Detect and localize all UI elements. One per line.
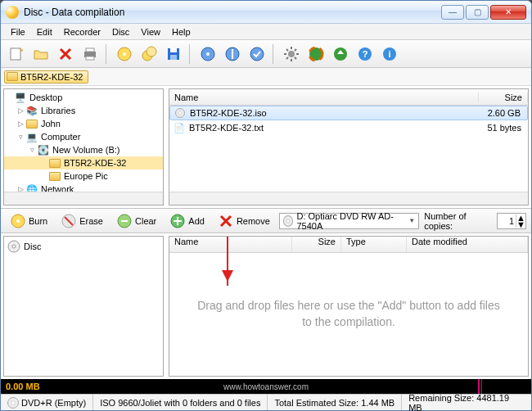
copies-spinner[interactable]: ▲▼ xyxy=(497,213,526,229)
add-files-button[interactable]: Add xyxy=(165,210,209,232)
copy-disc-button[interactable] xyxy=(138,43,160,65)
folder-icon xyxy=(7,72,18,81)
size-gauge: 0.00 MB www.howtoanswer.com xyxy=(1,379,531,394)
location-bar: BT5R2-KDE-32 xyxy=(1,68,531,86)
status-bar: DVD+R (Empty) ISO 9660/Joliet with 0 fol… xyxy=(1,394,531,410)
new-compilation-button[interactable] xyxy=(6,43,27,65)
compilation-panel: Name Size Type Date modified Drag and dr… xyxy=(169,236,529,377)
svg-point-7 xyxy=(147,47,156,56)
compilation-toolbar: Burn Erase Clear Add Remove D: Optiarc D… xyxy=(1,209,531,233)
disc-tree-panel: Disc xyxy=(3,236,164,377)
file-scrollbar[interactable] xyxy=(169,192,528,205)
print-button[interactable] xyxy=(79,43,101,65)
disc-icon xyxy=(7,240,20,253)
svg-rect-10 xyxy=(170,55,177,60)
folder-tree[interactable]: 🖥️Desktop▷📚Libraries▷John▿💻Computer▿💽New… xyxy=(4,89,163,192)
maximize-button[interactable]: ▢ xyxy=(466,5,489,20)
tree-root[interactable]: 🖥️Desktop xyxy=(4,91,163,104)
drive-select[interactable]: D: Optiarc DVD RW AD-7540A ▼ xyxy=(279,213,419,229)
tree-item[interactable]: Europe Pic xyxy=(4,169,163,183)
help-button[interactable]: ? xyxy=(354,43,376,65)
menu-view[interactable]: View xyxy=(136,25,165,38)
svg-text:i: i xyxy=(388,49,390,59)
remove-files-button[interactable]: Remove xyxy=(214,210,274,232)
title-bar[interactable]: Disc - Data compilation — ▢ ✕ xyxy=(1,1,531,24)
info-button[interactable]: i xyxy=(379,43,400,65)
drive-label: D: Optiarc DVD RW AD-7540A xyxy=(296,211,405,231)
menu-edit[interactable]: Edit xyxy=(32,25,57,38)
copies-label: Number of copies: xyxy=(424,211,492,231)
svg-rect-0 xyxy=(11,48,20,60)
tree-item[interactable]: ▿💻Computer xyxy=(4,130,163,143)
drop-zone[interactable]: Drag and drop files here or use the "Add… xyxy=(169,253,528,376)
app-window: Disc - Data compilation — ▢ ✕ File Edit … xyxy=(0,0,532,411)
copies-input[interactable] xyxy=(498,216,516,226)
update-button[interactable] xyxy=(330,43,351,65)
clear-compilation-button[interactable]: Clear xyxy=(112,210,160,232)
tree-item[interactable]: ▷🌐Network xyxy=(4,183,163,192)
status-estimated: Total Estimated Size: 1.44 MB xyxy=(268,395,402,410)
app-icon xyxy=(6,6,19,19)
tree-item[interactable]: ▷📚Libraries xyxy=(4,104,163,117)
file-row[interactable]: 📄BT5R2-KDE-32.txt51 bytes xyxy=(169,120,528,135)
annotation-arrow xyxy=(227,236,228,286)
web-button[interactable] xyxy=(305,43,327,65)
disc-icon xyxy=(7,397,19,409)
location-folder[interactable]: BT5R2-KDE-32 xyxy=(4,70,88,84)
file-list-header[interactable]: Name Size xyxy=(169,89,528,106)
comp-col-date[interactable]: Date modified xyxy=(407,237,528,252)
burn-compilation-button[interactable]: Burn xyxy=(6,210,52,232)
compilation-header[interactable]: Name Size Type Date modified xyxy=(169,237,528,253)
tree-scrollbar[interactable] xyxy=(4,192,163,205)
chevron-down-icon: ▼ xyxy=(408,217,415,224)
svg-point-14 xyxy=(250,47,264,61)
status-filesystem: ISO 9660/Joliet with 0 folders and 0 fil… xyxy=(93,395,268,410)
svg-point-5 xyxy=(123,52,126,56)
col-name[interactable]: Name xyxy=(169,93,479,102)
tree-item[interactable]: ▷John xyxy=(4,117,163,130)
menu-disc[interactable]: Disc xyxy=(107,25,134,38)
comp-col-type[interactable]: Type xyxy=(341,237,407,252)
file-list[interactable]: BT5R2-KDE-32.iso2.60 GB📄BT5R2-KDE-32.txt… xyxy=(169,106,528,192)
file-list-panel: Name Size BT5R2-KDE-32.iso2.60 GB📄BT5R2-… xyxy=(169,88,529,206)
menu-recorder[interactable]: Recorder xyxy=(59,25,106,38)
save-button[interactable] xyxy=(163,43,184,65)
svg-rect-2 xyxy=(86,48,94,52)
delete-button[interactable] xyxy=(55,43,76,65)
gauge-used: 0.00 MB xyxy=(6,382,40,391)
svg-rect-9 xyxy=(170,48,177,52)
svg-rect-3 xyxy=(86,56,94,60)
disc-action3-button[interactable] xyxy=(246,43,268,65)
close-button[interactable]: ✕ xyxy=(490,5,526,20)
comp-col-size[interactable]: Size xyxy=(292,237,341,252)
open-button[interactable] xyxy=(30,43,52,65)
folder-tree-panel: 🖥️Desktop▷📚Libraries▷John▿💻Computer▿💽New… xyxy=(3,88,164,206)
burn-button[interactable] xyxy=(114,43,135,65)
disc-root[interactable]: Disc xyxy=(7,240,160,253)
spin-down[interactable]: ▼ xyxy=(516,221,525,228)
window-title: Disc - Data compilation xyxy=(24,7,441,18)
status-media: DVD+R (Empty) xyxy=(1,395,93,410)
watermark: www.howtoanswer.com xyxy=(223,382,309,391)
svg-point-12 xyxy=(206,52,210,56)
location-label: BT5R2-KDE-32 xyxy=(20,72,83,82)
tree-item[interactable]: BT5R2-KDE-32 xyxy=(4,156,163,169)
comp-col-name[interactable]: Name xyxy=(169,237,292,252)
svg-point-24 xyxy=(16,219,20,223)
settings-button[interactable] xyxy=(281,43,302,65)
svg-point-29 xyxy=(12,245,16,248)
minimize-button[interactable]: — xyxy=(441,5,464,20)
svg-text:?: ? xyxy=(363,49,368,59)
erase-compilation-button[interactable]: Erase xyxy=(56,210,107,232)
disc-label: Disc xyxy=(24,242,41,251)
tree-item[interactable]: ▿💽New Volume (B:) xyxy=(4,143,163,156)
menu-bar: File Edit Recorder Disc View Help xyxy=(1,24,531,40)
col-size[interactable]: Size xyxy=(479,93,528,102)
drop-message: Drag and drop files here or use the "Add… xyxy=(194,298,503,330)
menu-help[interactable]: Help xyxy=(167,25,196,38)
svg-point-15 xyxy=(288,51,295,57)
disc-action1-button[interactable] xyxy=(197,43,219,65)
menu-file[interactable]: File xyxy=(6,25,30,38)
file-row[interactable]: BT5R2-KDE-32.iso2.60 GB xyxy=(169,106,528,120)
disc-action2-button[interactable] xyxy=(222,43,243,65)
